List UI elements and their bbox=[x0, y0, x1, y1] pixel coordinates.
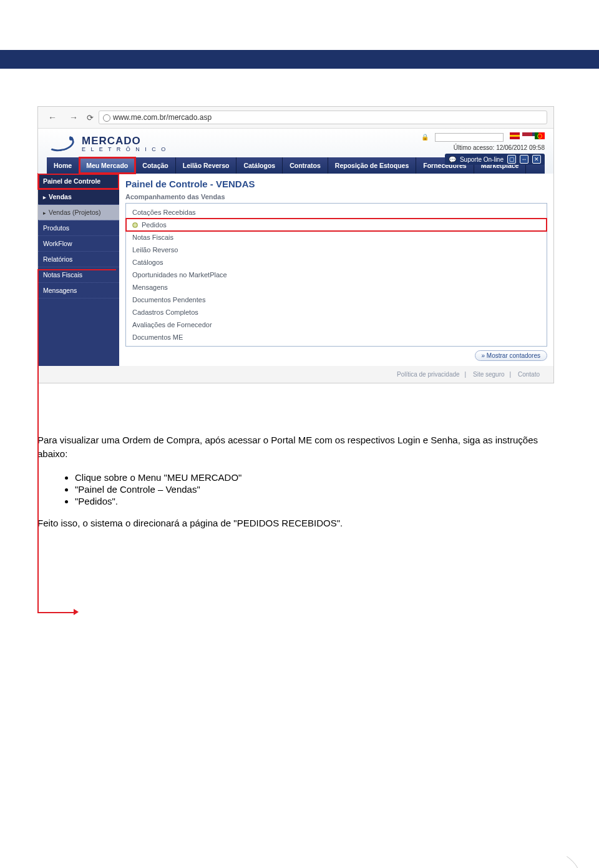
footer-link-contact[interactable]: Contato bbox=[518, 371, 540, 378]
app-footer-links: Política de privacidade| Site seguro| Co… bbox=[38, 366, 553, 383]
logo-line2: E L E T R Ô N I C O bbox=[82, 147, 167, 153]
list-item[interactable]: Notas Fiscais bbox=[126, 231, 547, 244]
flag-pt-icon[interactable] bbox=[535, 132, 545, 139]
show-counters-button[interactable]: Mostrar contadores bbox=[475, 350, 548, 361]
window-btn-2[interactable]: ↔ bbox=[520, 155, 528, 164]
callout-line-bottom bbox=[37, 612, 75, 613]
tab-reposicao[interactable]: Reposição de Estoques bbox=[328, 157, 416, 174]
document-top-bar bbox=[0, 50, 599, 69]
tab-cotacao[interactable]: Cotação bbox=[135, 157, 175, 174]
address-text: www.me.com.br/mercado.asp bbox=[113, 113, 212, 122]
footer-ellipse-icon bbox=[455, 843, 580, 868]
screenshot-panel: ← → ⟳ www.me.com.br/mercado.asp MERCADO … bbox=[37, 106, 554, 383]
lock-icon: 🔒 bbox=[421, 134, 429, 141]
tab-home[interactable]: Home bbox=[47, 157, 79, 174]
address-bar[interactable]: www.me.com.br/mercado.asp bbox=[99, 111, 547, 124]
tab-leilao[interactable]: Leilão Reverso bbox=[176, 157, 237, 174]
instruction-bullets: Clique sobre o Menu "MEU MERCADO" "Paine… bbox=[75, 472, 562, 506]
logo-line1: MERCADO bbox=[82, 136, 167, 147]
logo-swoosh-icon bbox=[47, 135, 75, 154]
list-item[interactable]: Oportunidades no MarketPlace bbox=[126, 269, 547, 281]
sidebar-item-vendas[interactable]: Vendas bbox=[38, 189, 119, 205]
sidebar-item-mensagens[interactable]: Mensagens bbox=[38, 283, 119, 298]
flag-es-icon[interactable] bbox=[510, 132, 520, 139]
list-item[interactable]: Cadastros Completos bbox=[126, 306, 547, 318]
sidebar-item-workflow[interactable]: WorkFlow bbox=[38, 236, 119, 252]
chat-icon: 💬 bbox=[449, 156, 456, 163]
callout-arrowhead-icon bbox=[74, 609, 79, 615]
language-flags bbox=[510, 132, 545, 139]
bullet-item: "Painel de Controle – Vendas" bbox=[75, 484, 562, 495]
footer-link-privacy[interactable]: Política de privacidade bbox=[397, 371, 460, 378]
list-item[interactable]: Documentos Pendentes bbox=[126, 293, 547, 306]
list-item-pedidos[interactable]: Pedidos bbox=[126, 219, 547, 231]
last-access: Último acesso: 12/06/2012 09:58 bbox=[421, 144, 545, 151]
panel-list: Cotações Recebidas Pedidos Notas Fiscais… bbox=[125, 203, 547, 347]
body-paragraph: Para visualizar uma Ordem de Compra, apó… bbox=[37, 433, 562, 461]
status-dot-icon bbox=[132, 222, 138, 228]
list-item[interactable]: Documentos ME bbox=[126, 331, 547, 343]
list-item[interactable]: Cotações Recebidas bbox=[126, 206, 547, 219]
list-item[interactable]: Mensagens bbox=[126, 281, 547, 293]
main-panel: Painel de Controle - VENDAS Acompanhamen… bbox=[119, 174, 553, 366]
tab-meu-mercado[interactable]: Meu Mercado bbox=[79, 157, 135, 174]
flag-us-icon[interactable] bbox=[522, 132, 532, 139]
sidebar-item-relatorios[interactable]: Relatórios bbox=[38, 252, 119, 267]
final-paragraph: Feito isso, o sistema o direcionará a pá… bbox=[37, 518, 562, 528]
list-item[interactable]: Catálogos bbox=[126, 256, 547, 269]
back-button[interactable]: ← bbox=[44, 111, 61, 124]
bullet-item: Clique sobre o Menu "MEU MERCADO" bbox=[75, 472, 562, 483]
sidebar-item-produtos[interactable]: Produtos bbox=[38, 220, 119, 236]
tab-contratos[interactable]: Contratos bbox=[283, 157, 328, 174]
callout-line-vertical bbox=[37, 269, 39, 613]
tab-catalogos[interactable]: Catálogos bbox=[236, 157, 283, 174]
header-right: 🔒 Último acesso: 12/06/2012 09:58 💬 Supo… bbox=[421, 132, 545, 165]
support-label: Suporte On-line bbox=[460, 156, 504, 163]
footer-link-secure[interactable]: Site seguro bbox=[473, 371, 505, 378]
globe-icon bbox=[103, 114, 110, 122]
app-header: MERCADO E L E T R Ô N I C O 🔒 Último ace… bbox=[38, 129, 553, 174]
reload-icon[interactable]: ⟳ bbox=[87, 113, 94, 122]
window-btn-1[interactable]: ▢ bbox=[507, 155, 516, 164]
panel-title: Painel de Controle - VENDAS bbox=[125, 179, 547, 189]
list-item[interactable]: Leilão Reverso bbox=[126, 244, 547, 256]
support-bar[interactable]: 💬 Suporte On-line ▢ ↔ ✕ bbox=[445, 154, 545, 165]
sidebar-item-vendas-projetos[interactable]: Vendas (Projetos) bbox=[38, 205, 119, 220]
list-item[interactable]: Avaliações de Fornecedor bbox=[126, 318, 547, 331]
sidebar-item-painel[interactable]: Painel de Controle bbox=[38, 174, 119, 189]
window-btn-close[interactable]: ✕ bbox=[532, 155, 541, 164]
browser-toolbar: ← → ⟳ www.me.com.br/mercado.asp bbox=[38, 107, 553, 129]
forward-button[interactable]: → bbox=[66, 111, 82, 124]
bullet-item: "Pedidos". bbox=[75, 496, 562, 506]
panel-subtitle: Acompanhamento das Vendas bbox=[125, 193, 547, 200]
header-search-input[interactable] bbox=[435, 133, 504, 142]
callout-line-top bbox=[37, 269, 116, 270]
